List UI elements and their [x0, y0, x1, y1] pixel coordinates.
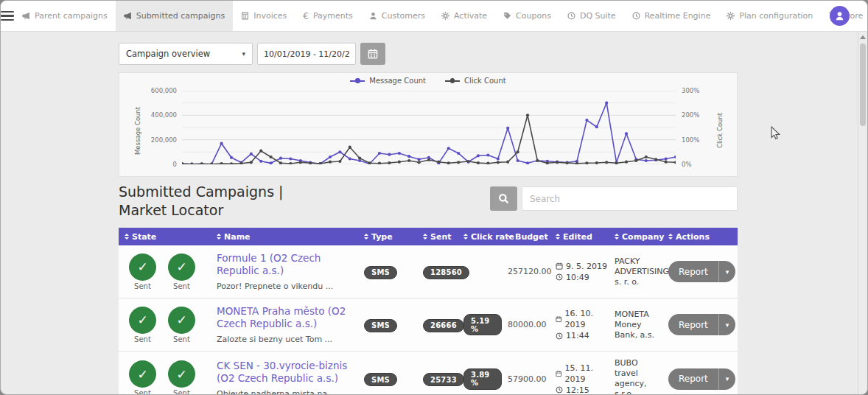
- calendar-icon: [556, 262, 563, 270]
- right-tick: 100%: [682, 136, 699, 144]
- campaign-preview-text: Zalozte si bezny ucet Tom ...: [217, 335, 358, 344]
- header-edited[interactable]: Edited: [550, 232, 609, 242]
- left-tick: 600,000: [144, 87, 177, 94]
- header-sent[interactable]: Sent: [417, 232, 458, 242]
- calendar-icon: [556, 315, 562, 323]
- header-state[interactable]: State: [119, 232, 211, 242]
- clock-icon: [567, 12, 575, 20]
- state-badge: ✓ Sent: [129, 254, 156, 290]
- state-badge: ✓ Sent: [168, 254, 195, 290]
- table-header-row: State Name Type Sent Click rate Budget E…: [119, 228, 738, 245]
- right-tick: 200%: [682, 111, 699, 119]
- left-axis-title: Message Count: [134, 94, 141, 167]
- filter-controls: Campaign overview ▾: [119, 43, 738, 65]
- nav-item-parent-campaigns[interactable]: Parent campaigns: [14, 1, 116, 31]
- company-name: BUBO travel agency, s.r.o.: [609, 358, 662, 395]
- header-actions[interactable]: Actions: [662, 232, 738, 242]
- click-rate-badge: 5.19 %: [463, 314, 502, 335]
- check-icon: ✓: [129, 307, 156, 334]
- state-badge: ✓ Sent: [129, 360, 156, 395]
- left-tick: 400,000: [144, 111, 177, 119]
- header-company[interactable]: Company: [609, 232, 662, 242]
- search-icon: [498, 193, 509, 204]
- right-tick: 300%: [682, 87, 699, 94]
- check-icon: ✓: [129, 360, 156, 388]
- message-count-marker: [350, 80, 365, 82]
- megaphone-icon: [124, 12, 132, 20]
- type-badge: SMS: [364, 266, 397, 279]
- invoice-icon: [241, 12, 249, 20]
- vertical-scrollbar[interactable]: [858, 32, 867, 394]
- view-select[interactable]: Campaign overview ▾: [119, 43, 253, 65]
- calendar-icon: [368, 49, 378, 59]
- nav-item-customers[interactable]: Customers: [361, 1, 433, 31]
- nav-item-realtime-engine[interactable]: Realtime Engine: [624, 1, 719, 31]
- search-group: [490, 186, 738, 211]
- campaign-preview-text: Objevte nadherna mista na ...: [217, 389, 358, 395]
- edited-cell: 9. 5. 2019 10:49: [550, 261, 609, 283]
- campaign-name-link[interactable]: MONETA Praha město (O2 Czech Republic a.…: [217, 305, 358, 330]
- clock-icon: [556, 273, 563, 281]
- chevron-down-icon: ▾: [242, 50, 245, 57]
- nav-items: Parent campaigns Submitted campaigns Inv…: [14, 1, 868, 31]
- scrollbar-thumb[interactable]: [860, 43, 866, 126]
- euro-icon: €: [303, 11, 309, 21]
- user-avatar-button[interactable]: [830, 6, 850, 26]
- report-dropdown-caret[interactable]: ▾: [718, 368, 736, 390]
- header-type[interactable]: Type: [358, 232, 417, 242]
- calendar-icon: [556, 370, 562, 377]
- edited-cell: 15. 11. 2019 12:15: [550, 363, 609, 395]
- campaign-name-link[interactable]: CK SEN - 30.vyrocie-biznis (O2 Czech Rep…: [217, 360, 358, 385]
- legend-item-click-count: Click Count: [445, 77, 506, 85]
- report-button[interactable]: Report ▾: [668, 314, 735, 335]
- campaign-name-link[interactable]: Formule 1 (O2 Czech Republic a.s.): [217, 252, 358, 277]
- date-range-input[interactable]: [257, 43, 356, 65]
- campaigns-table: State Name Type Sent Click rate Budget E…: [119, 228, 738, 395]
- table-row: ✓ Sent ✓ Sent MONETA Praha město (O2 Cze…: [119, 298, 738, 352]
- tag-icon: [503, 12, 511, 20]
- hamburger-menu-button[interactable]: [1, 1, 14, 31]
- top-navigation-bar: Parent campaigns Submitted campaigns Inv…: [1, 1, 867, 32]
- chart-legend: Message Count Click Count: [119, 77, 737, 85]
- header-name[interactable]: Name: [211, 232, 358, 242]
- header-click-rate[interactable]: Click rate: [458, 232, 502, 242]
- click-count-marker: [445, 80, 460, 82]
- gear-icon: [727, 12, 735, 20]
- check-icon: ✓: [168, 360, 195, 388]
- nav-item-invoices[interactable]: Invoices: [233, 1, 295, 31]
- nav-item-coupons[interactable]: Coupons: [495, 1, 559, 31]
- section-header: Submitted Campaigns | Market Locator: [119, 183, 738, 220]
- report-dropdown-caret[interactable]: ▾: [718, 314, 736, 335]
- campaign-overview-chart: Message Count Click Count Message Count …: [119, 72, 738, 177]
- table-row: ✓ Sent ✓ Sent CK SEN - 30.vyrocie-biznis…: [119, 352, 738, 395]
- company-name: PACKY ADVERTISING s. r. o.: [609, 256, 662, 287]
- nav-item-activate[interactable]: Activate: [433, 1, 495, 31]
- clock-icon: [632, 12, 640, 20]
- sent-count-badge: 128560: [423, 266, 469, 279]
- nav-item-submitted-campaigns[interactable]: Submitted campaigns: [116, 1, 234, 31]
- nav-item-plan-configuration[interactable]: Plan configuration: [718, 1, 821, 31]
- hamburger-icon: [1, 11, 14, 21]
- nav-item-dq-suite[interactable]: DQ Suite: [559, 1, 624, 31]
- app-window: Parent campaigns Submitted campaigns Inv…: [0, 0, 868, 395]
- scrollbar-up-arrow[interactable]: [860, 35, 866, 39]
- right-axis-title: Click Count: [716, 94, 724, 167]
- clock-icon: [556, 332, 563, 340]
- state-badge: ✓ Sent: [129, 307, 156, 343]
- report-button[interactable]: Report ▾: [668, 368, 735, 390]
- report-dropdown-caret[interactable]: ▾: [718, 261, 736, 282]
- check-icon: ✓: [129, 254, 156, 281]
- campaign-preview-text: Pozor! Prepnete o vikendu ...: [217, 282, 358, 291]
- report-button[interactable]: Report ▾: [668, 261, 735, 282]
- company-name: MONETA Money Bank, a.s.: [609, 310, 662, 340]
- check-icon: ✓: [168, 307, 195, 334]
- gear-icon: [441, 12, 449, 20]
- budget-value: 80000.00: [502, 320, 550, 329]
- calendar-button[interactable]: [360, 43, 385, 65]
- header-budget[interactable]: Budget: [502, 232, 550, 242]
- budget-value: 57900.00: [502, 374, 550, 384]
- clock-icon: [556, 386, 563, 394]
- search-input[interactable]: [522, 186, 738, 211]
- search-button[interactable]: [490, 186, 517, 211]
- nav-item-payments[interactable]: € Payments: [295, 1, 361, 31]
